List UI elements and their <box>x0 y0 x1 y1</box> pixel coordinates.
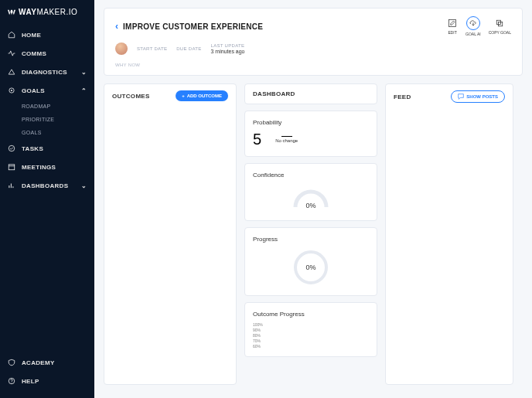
action-label: GOAL AI <box>466 32 481 36</box>
chevron-down-icon: ⌄ <box>81 69 87 76</box>
bar-chart-icon <box>8 182 15 189</box>
shield-icon <box>8 359 15 366</box>
edit-icon <box>447 18 458 29</box>
sidebar-bottom: ACADEMY HELP <box>0 353 94 398</box>
sidebar-item-dashboards[interactable]: DASHBOARDS ⌄ <box>0 176 94 195</box>
sidebar-item-label: TASKS <box>22 145 43 152</box>
tick-label: 80% <box>253 333 369 338</box>
tick-label: 90% <box>253 328 369 332</box>
sidebar-item-label: COMMS <box>22 50 46 57</box>
last-update-field: LAST UPDATE 3 minutes ago <box>211 43 245 54</box>
confidence-card: Confidence 0% <box>244 163 377 221</box>
avatar <box>115 43 128 55</box>
button-label: SHOW POSTS <box>466 94 498 99</box>
edit-goal-button[interactable]: EDIT <box>447 18 458 35</box>
svg-point-2 <box>9 145 15 151</box>
dash-icon <box>281 136 292 137</box>
back-button[interactable]: ‹ <box>115 21 118 32</box>
sidebar: WAYMAKER.IO HOME COMMS DIAGNOSTICS ⌄ GOA… <box>0 0 94 398</box>
sidebar-item-label: ACADEMY <box>22 359 55 366</box>
panel-title: FEED <box>394 94 411 100</box>
sidebar-subitem-label: ROADMAP <box>22 104 51 109</box>
outcome-progress-card: Outcome Progress 100% 90% 80% 70% 60% <box>244 302 377 357</box>
progress-card: Progress 0% <box>244 227 377 296</box>
copy-goal-button[interactable]: COPY GOAL <box>489 18 511 35</box>
probability-card: Probability 5 No change <box>244 111 377 157</box>
goal-ai-button[interactable]: GOAL AI <box>466 16 481 36</box>
no-change-text: No change <box>275 138 298 143</box>
cloud-download-icon <box>466 16 480 30</box>
logo-mark-icon <box>8 9 15 16</box>
feed-panel: FEED SHOW POSTS <box>385 83 513 385</box>
progress-value: 0% <box>305 264 315 271</box>
due-date-field: DUE DATE <box>176 46 201 51</box>
card-label: Probability <box>253 119 369 126</box>
sidebar-item-label: GOALS <box>22 87 45 94</box>
outcomes-panel: OUTCOMES + ADD OUTCOME <box>104 83 237 385</box>
logo: WAYMAKER.IO <box>0 8 94 26</box>
chevron-down-icon: ⌄ <box>81 182 87 189</box>
sidebar-item-academy[interactable]: ACADEMY <box>0 353 94 372</box>
panel-title: OUTCOMES <box>112 93 150 100</box>
meta-value: 3 minutes ago <box>211 49 245 54</box>
sidebar-item-help[interactable]: HELP <box>0 372 94 390</box>
tick-label: 60% <box>253 344 369 349</box>
meta-label: LAST UPDATE <box>211 43 245 48</box>
probability-value: 5 <box>253 131 261 148</box>
meta-label: START DATE <box>137 46 167 51</box>
sidebar-subitem-label: PRIORITIZE <box>22 117 54 122</box>
why-now-label: WHY NOW <box>115 63 511 67</box>
goal-header-card: ‹ IMPROVE CUSTOMER EXPERIENCE EDIT GOAL … <box>104 8 523 76</box>
sidebar-item-comms[interactable]: COMMS <box>0 44 94 63</box>
no-change-indicator: No change <box>275 136 298 143</box>
sidebar-item-label: DIAGNOSTICS <box>22 69 67 76</box>
copy-icon <box>494 18 505 29</box>
chat-icon <box>458 94 464 100</box>
sidebar-item-meetings[interactable]: MEETINGS <box>0 158 94 176</box>
gauge-value: 0% <box>292 202 330 209</box>
confidence-gauge: 0% <box>292 186 330 209</box>
sidebar-item-home[interactable]: HOME <box>0 26 94 44</box>
sidebar-item-label: MEETINGS <box>22 164 56 171</box>
show-posts-button[interactable]: SHOW POSTS <box>451 90 505 103</box>
tick-label: 70% <box>253 338 369 343</box>
main: ‹ IMPROVE CUSTOMER EXPERIENCE EDIT GOAL … <box>94 0 532 398</box>
sidebar-item-tasks[interactable]: TASKS <box>0 139 94 158</box>
action-label: EDIT <box>448 30 456 35</box>
activity-icon <box>8 49 15 57</box>
sidebar-subitem-label: GOALS <box>22 130 42 135</box>
card-label: Outcome Progress <box>253 311 369 318</box>
svg-rect-3 <box>9 165 15 170</box>
outcome-progress-ticks: 100% 90% 80% 70% 60% <box>253 322 369 349</box>
sidebar-item-goals[interactable]: GOALS ⌃ <box>0 81 94 100</box>
sidebar-subitem-goals[interactable]: GOALS <box>0 126 94 139</box>
dashboard-panel: DASHBOARD Probability 5 No change Confid… <box>244 83 377 385</box>
sidebar-subitem-prioritize[interactable]: PRIORITIZE <box>0 113 94 126</box>
card-label: Progress <box>253 236 369 243</box>
sidebar-item-label: HELP <box>22 378 39 385</box>
meta-label: DUE DATE <box>176 46 201 51</box>
page-title: IMPROVE CUSTOMER EXPERIENCE <box>123 22 263 31</box>
sidebar-item-label: HOME <box>22 32 41 39</box>
check-circle-icon <box>8 145 15 152</box>
chevron-up-icon: ⌃ <box>81 87 87 94</box>
home-icon <box>8 31 15 39</box>
sidebar-subitem-roadmap[interactable]: ROADMAP <box>0 100 94 113</box>
sidebar-item-diagnostics[interactable]: DIAGNOSTICS ⌄ <box>0 63 94 81</box>
plus-icon: + <box>182 94 185 98</box>
progress-circle: 0% <box>294 250 328 284</box>
button-label: ADD OUTCOME <box>187 94 222 98</box>
svg-rect-6 <box>449 20 456 27</box>
sidebar-item-label: DASHBOARDS <box>22 182 68 189</box>
svg-point-1 <box>11 90 12 91</box>
start-date-field: START DATE <box>137 46 167 51</box>
help-icon <box>8 377 15 385</box>
svg-point-5 <box>12 383 12 383</box>
triangle-icon <box>8 68 15 76</box>
add-outcome-button[interactable]: + ADD OUTCOME <box>176 90 228 101</box>
target-icon <box>8 87 15 94</box>
nav: HOME COMMS DIAGNOSTICS ⌄ GOALS ⌃ ROADMAP… <box>0 26 94 353</box>
action-label: COPY GOAL <box>489 30 511 35</box>
calendar-icon <box>8 163 15 171</box>
tick-label: 100% <box>253 322 369 327</box>
